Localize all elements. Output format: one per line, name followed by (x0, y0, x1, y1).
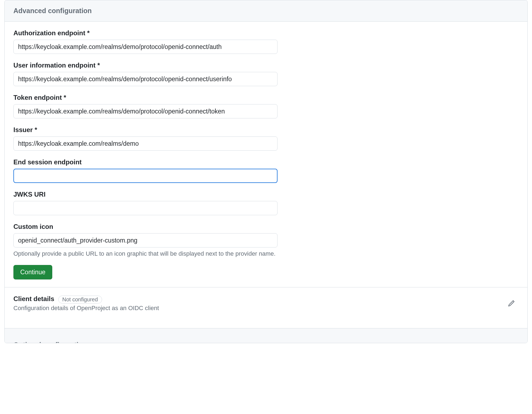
field-issuer: Issuer * (13, 126, 519, 151)
continue-button[interactable]: Continue (13, 265, 52, 279)
panel-body: Authorization endpoint * User informatio… (5, 22, 527, 328)
field-custom-icon: Custom icon Optionally provide a public … (13, 223, 519, 257)
field-end-session-endpoint: End session endpoint (13, 158, 519, 183)
custom-icon-label: Custom icon (13, 223, 519, 231)
token-endpoint-input[interactable] (13, 104, 277, 118)
authorization-endpoint-input[interactable] (13, 40, 277, 54)
optional-configuration-header: Optional configuration (5, 328, 527, 343)
client-details-description: Configuration details of OpenProject as … (13, 305, 508, 312)
token-endpoint-label: Token endpoint * (13, 94, 519, 101)
field-token-endpoint: Token endpoint * (13, 94, 519, 118)
client-details-section: Client details Not configured Configurat… (13, 287, 519, 319)
panel-header: Advanced configuration (5, 0, 527, 22)
jwks-uri-input[interactable] (13, 201, 277, 215)
client-details-text: Client details Not configured Configurat… (13, 295, 508, 312)
panel-title: Advanced configuration (13, 7, 519, 15)
advanced-configuration-panel: Advanced configuration Authorization end… (4, 0, 528, 343)
custom-icon-help: Optionally provide a public URL to an ic… (13, 250, 519, 257)
field-user-info-endpoint: User information endpoint * (13, 62, 519, 86)
issuer-input[interactable] (13, 136, 277, 151)
user-info-endpoint-input[interactable] (13, 72, 277, 86)
client-details-title: Client details (13, 295, 54, 303)
pencil-icon[interactable] (508, 299, 515, 307)
field-authorization-endpoint: Authorization endpoint * (13, 29, 519, 54)
authorization-endpoint-label: Authorization endpoint * (13, 29, 519, 37)
user-info-endpoint-label: User information endpoint * (13, 62, 519, 69)
optional-configuration-title: Optional configuration (13, 341, 519, 343)
end-session-endpoint-input[interactable] (13, 169, 277, 183)
jwks-uri-label: JWKS URI (13, 191, 519, 198)
field-jwks-uri: JWKS URI (13, 191, 519, 215)
client-details-badge: Not configured (58, 296, 102, 304)
issuer-label: Issuer * (13, 126, 519, 134)
custom-icon-input[interactable] (13, 233, 277, 247)
end-session-endpoint-label: End session endpoint (13, 158, 519, 166)
